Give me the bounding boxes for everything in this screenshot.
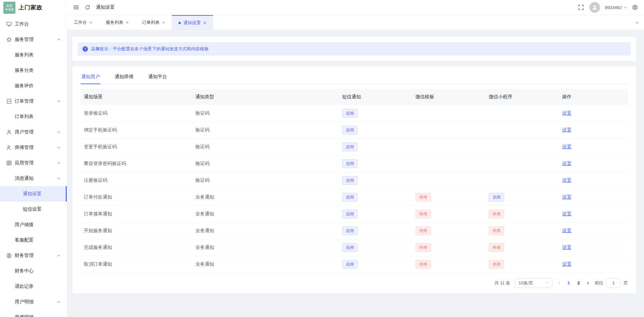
sidebar-item-user-management[interactable]: 用户管理 xyxy=(0,124,67,140)
settings-link[interactable]: 设置 xyxy=(562,161,572,166)
brand-title: 上门家政 xyxy=(18,4,43,11)
sidebar-item-worker-management[interactable]: 师傅管理 xyxy=(0,140,67,155)
sidebar-item-worker-details[interactable]: 师傅明细 xyxy=(0,310,67,317)
settings-link[interactable]: 设置 xyxy=(562,127,572,133)
table-row: 取消订单通知业务通知启用停用停用设置 xyxy=(80,256,628,273)
sms-cell: 启用 xyxy=(339,139,413,155)
wx-mini-cell: 停用 xyxy=(486,222,559,239)
collapse-menu-icon[interactable] xyxy=(73,4,79,10)
page-tab[interactable]: 工作台× xyxy=(67,15,99,30)
table-row: 完成服务通知业务通知启用停用停用设置 xyxy=(80,239,628,256)
sidebar-item-workbench[interactable]: 工作台 xyxy=(0,16,67,32)
scene-cell: 订单接单通知 xyxy=(80,206,193,222)
wx-template-cell: 停用 xyxy=(413,206,486,222)
page-tab[interactable]: 订单列表× xyxy=(135,15,171,30)
type-cell: 业务通知 xyxy=(193,222,339,239)
sidebar-item-service-management[interactable]: 服务管理 xyxy=(0,32,67,47)
type-cell: 业务通知 xyxy=(193,239,339,256)
fullscreen-icon[interactable] xyxy=(578,4,584,10)
wx-template-cell: 停用 xyxy=(413,256,486,273)
action-cell: 设置 xyxy=(559,139,628,155)
user-avatar[interactable] xyxy=(589,2,600,13)
table-row: 绑定手机验证码验证码启用设置 xyxy=(80,122,628,139)
status-badge: 停用 xyxy=(489,243,504,252)
next-page-icon[interactable] xyxy=(586,281,590,285)
status-badge: 启用 xyxy=(342,176,358,185)
page-tab[interactable]: 通知设置× xyxy=(172,15,213,30)
page-tab[interactable]: 服务列表× xyxy=(99,15,135,30)
sidebar-item-user-stored-value[interactable]: 用户储值 xyxy=(0,217,67,232)
settings-link[interactable]: 设置 xyxy=(562,194,572,200)
sidebar-item-service-review[interactable]: 服务评价 xyxy=(0,78,67,94)
scene-cell: 注册验证码 xyxy=(80,172,193,189)
sidebar-item-label: 短信设置 xyxy=(23,206,42,212)
type-cell: 业务通知 xyxy=(193,189,339,206)
close-icon[interactable]: × xyxy=(126,20,128,25)
tabbar-chevron-down-icon[interactable] xyxy=(630,15,644,30)
sidebar-item-label: 应用管理 xyxy=(15,160,34,166)
page-number[interactable]: 2 xyxy=(576,280,581,285)
sidebar-item-refund-records[interactable]: 退款记录 xyxy=(0,279,67,294)
settings-link[interactable]: 设置 xyxy=(562,177,572,183)
page-number[interactable]: 1 xyxy=(566,280,571,285)
sidebar-item-order-management[interactable]: 订单管理 xyxy=(0,94,67,109)
sidebar-item-label: 客服配置 xyxy=(15,237,34,243)
page-tab-label: 订单列表 xyxy=(142,19,159,25)
sidebar-item-message-notify[interactable]: 消息通知 xyxy=(0,171,67,186)
sidebar-item-service-list[interactable]: 服务列表 xyxy=(0,47,67,63)
sidebar-item-label: 用户明细 xyxy=(15,299,34,305)
refresh-icon[interactable] xyxy=(85,4,91,10)
gear-icon[interactable] xyxy=(632,4,638,10)
info-icon: ! xyxy=(83,46,88,52)
notify-tab[interactable]: 通知平台 xyxy=(148,70,168,84)
wx-template-cell: 停用 xyxy=(413,222,486,239)
close-icon[interactable]: × xyxy=(204,20,206,25)
tabbar-tabs: 工作台×服务列表×订单列表×通知设置× xyxy=(67,15,213,30)
notify-tab[interactable]: 通知用户 xyxy=(80,70,101,84)
sidebar-item-notify-settings[interactable]: 通知设置 xyxy=(0,186,67,202)
page-size-select[interactable]: 10条/页 xyxy=(515,278,552,288)
action-cell: 设置 xyxy=(559,105,628,122)
status-badge: 停用 xyxy=(489,210,504,218)
sidebar-item-label: 用户储值 xyxy=(15,222,34,228)
type-cell: 业务通知 xyxy=(193,206,339,222)
sidebar-item-label: 通知设置 xyxy=(23,191,42,197)
scene-cell: 登录验证码 xyxy=(80,105,193,122)
yen-circle-icon xyxy=(6,253,12,259)
sidebar-item-customer-service[interactable]: 客服配置 xyxy=(0,232,67,248)
sidebar-item-finance-management[interactable]: 财务管理 xyxy=(0,248,67,263)
settings-link[interactable]: 设置 xyxy=(562,245,572,250)
settings-link[interactable]: 设置 xyxy=(562,110,572,116)
user-dropdown[interactable]: 8933462 xyxy=(605,5,627,10)
page-unit: 页 xyxy=(624,280,628,286)
settings-link[interactable]: 设置 xyxy=(562,211,572,216)
wx-template-cell: 停用 xyxy=(413,189,486,206)
scene-cell: 重设登录密码验证码 xyxy=(80,155,193,172)
settings-link[interactable]: 设置 xyxy=(562,261,572,267)
sidebar-item-label: 师傅管理 xyxy=(15,145,34,151)
page-size-value: 10条/页 xyxy=(519,280,533,286)
close-icon[interactable]: × xyxy=(90,20,92,25)
sms-cell: 启用 xyxy=(339,122,413,139)
close-icon[interactable]: × xyxy=(162,20,165,25)
sidebar-item-app-management[interactable]: 应用管理 xyxy=(0,155,67,171)
notify-tab[interactable]: 通知师傅 xyxy=(114,70,134,84)
sidebar-item-service-category[interactable]: 服务分类 xyxy=(0,63,67,78)
action-cell: 设置 xyxy=(559,122,628,139)
page-tab-label: 通知设置 xyxy=(183,20,201,26)
sidebar-item-label: 服务列表 xyxy=(15,52,34,58)
prev-page-icon[interactable] xyxy=(557,281,561,285)
sidebar-item-sms-settings[interactable]: 短信设置 xyxy=(0,202,67,217)
sidebar-item-user-details[interactable]: 用户明细 xyxy=(0,294,67,310)
action-cell: 设置 xyxy=(559,239,628,256)
sidebar-item-order-list[interactable]: 订单列表 xyxy=(0,109,67,124)
settings-link[interactable]: 设置 xyxy=(562,228,572,233)
logo-row: 家政 专业版 上门家政 xyxy=(0,0,67,15)
scene-cell: 订单付款通知 xyxy=(80,189,193,206)
goto-page-input[interactable] xyxy=(606,278,621,288)
chevron-up-icon xyxy=(57,161,61,165)
column-header: 通知场景 xyxy=(80,89,193,105)
sms-cell: 启用 xyxy=(339,172,413,189)
sidebar-item-finance-center[interactable]: 财务中心 xyxy=(0,263,67,279)
settings-link[interactable]: 设置 xyxy=(562,144,572,149)
